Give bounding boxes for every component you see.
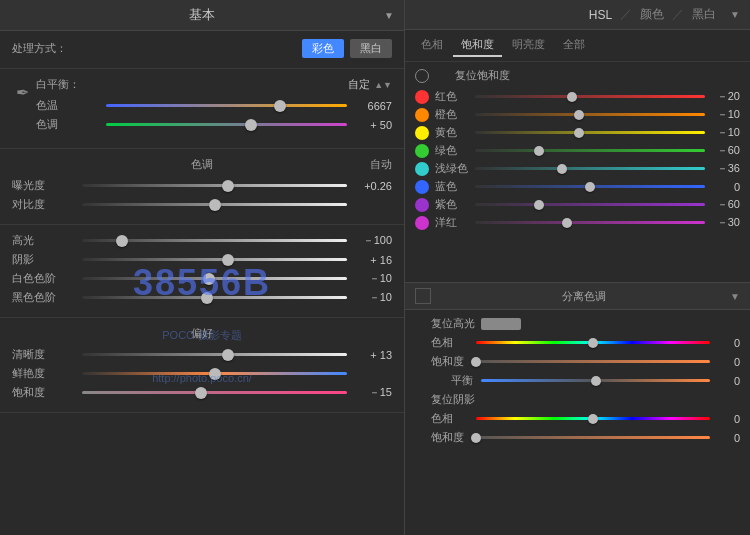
processing-label: 处理方式： — [12, 41, 67, 56]
color-tab-header[interactable]: 颜色 — [640, 6, 664, 23]
blue-sat-thumb[interactable] — [585, 182, 595, 192]
vibrance-thumb[interactable] — [209, 368, 221, 380]
yellow-sat-slider[interactable] — [475, 126, 705, 140]
blue-sat-slider[interactable] — [475, 180, 705, 194]
hsl-target-icon[interactable] — [415, 69, 429, 83]
orange-sat-slider[interactable] — [475, 108, 705, 122]
contrast-thumb[interactable] — [209, 199, 221, 211]
split-tone-arrow[interactable]: ▼ — [730, 291, 740, 302]
vibrance-slider[interactable] — [82, 367, 347, 381]
orange-label: 橙色 — [435, 107, 475, 122]
color-mode-button[interactable]: 彩色 — [302, 39, 344, 58]
balance-thumb[interactable] — [591, 376, 601, 386]
left-panel-arrow[interactable]: ▼ — [384, 10, 394, 21]
right-panel-arrow[interactable]: ▼ — [730, 9, 740, 20]
shadow-hue-slider[interactable] — [476, 412, 710, 426]
purple-sat-thumb[interactable] — [534, 200, 544, 210]
shadow-sat-value: 0 — [710, 432, 740, 444]
list-item: 橙色 －10 — [415, 107, 740, 122]
magenta-sat-slider[interactable] — [475, 216, 705, 230]
hsl-tab-header[interactable]: HSL — [589, 8, 612, 22]
list-item: 绿色 －60 — [415, 143, 740, 158]
yellow-dot — [415, 126, 429, 140]
balance-slider[interactable] — [481, 374, 710, 388]
highlight-color-preview[interactable] — [481, 318, 521, 330]
balance-value: 0 — [710, 375, 740, 387]
highlight-sat-thumb[interactable] — [471, 357, 481, 367]
orange-sat-thumb[interactable] — [574, 110, 584, 120]
contrast-slider[interactable] — [82, 198, 347, 212]
auto-button[interactable]: 自动 — [370, 157, 392, 172]
left-panel-title: 基本 — [189, 6, 215, 24]
highlight-hue-value: 0 — [710, 337, 740, 349]
aqua-sat-slider[interactable] — [475, 162, 705, 176]
shadow-sat-thumb[interactable] — [471, 433, 481, 443]
wb-label: 白平衡： — [36, 77, 80, 92]
clarity-slider[interactable] — [82, 348, 347, 362]
saturation-slider[interactable] — [82, 386, 347, 400]
bw-tab-header[interactable]: 黑白 — [692, 6, 716, 23]
list-item: 蓝色 0 — [415, 179, 740, 194]
temperature-value: 6667 — [347, 100, 392, 112]
exposure-slider[interactable] — [82, 179, 347, 193]
blue-label: 蓝色 — [435, 179, 475, 194]
tab-saturation[interactable]: 饱和度 — [453, 34, 502, 57]
eyedropper-tool[interactable]: ✒ — [12, 77, 32, 107]
white-thumb[interactable] — [203, 273, 215, 285]
tab-luminance[interactable]: 明亮度 — [504, 34, 553, 57]
black-thumb[interactable] — [201, 292, 213, 304]
bw-mode-button[interactable]: 黑白 — [350, 39, 392, 58]
green-sat-thumb[interactable] — [534, 146, 544, 156]
tint-thumb[interactable] — [245, 119, 257, 131]
magenta-dot — [415, 216, 429, 230]
shadow-hue-thumb[interactable] — [588, 414, 598, 424]
highlight-sat-slider[interactable] — [476, 355, 710, 369]
shadow-sat-slider[interactable] — [476, 431, 710, 445]
highlight-hue-label: 色相 — [431, 335, 476, 350]
highlight-slider[interactable] — [82, 234, 347, 248]
wb-arrows[interactable]: ▲▼ — [374, 80, 392, 90]
hsl-reset-label: 复位饱和度 — [455, 68, 510, 83]
split-tone-title: 分离色调 — [562, 289, 606, 304]
black-slider[interactable] — [82, 291, 347, 305]
highlight-value: －100 — [347, 233, 392, 248]
black-label: 黑色色阶 — [12, 290, 82, 305]
clarity-thumb[interactable] — [222, 349, 234, 361]
tint-slider[interactable] — [106, 118, 347, 132]
yellow-sat-value: －10 — [705, 125, 740, 140]
list-item: 黄色 －10 — [415, 125, 740, 140]
saturation-value: －15 — [347, 385, 392, 400]
split-tone-header: 分离色调 ▼ — [405, 283, 750, 310]
exposure-label: 曝光度 — [12, 178, 82, 193]
list-item: 紫色 －60 — [415, 197, 740, 212]
clarity-label: 清晰度 — [12, 347, 82, 362]
tab-hue[interactable]: 色相 — [413, 34, 451, 57]
temperature-thumb[interactable] — [274, 100, 286, 112]
exposure-thumb[interactable] — [222, 180, 234, 192]
tab-all[interactable]: 全部 — [555, 34, 593, 57]
red-sat-value: －20 — [705, 89, 740, 104]
highlight-hue-slider[interactable] — [476, 336, 710, 350]
red-sat-slider[interactable] — [475, 90, 705, 104]
red-label: 红色 — [435, 89, 475, 104]
yellow-sat-thumb[interactable] — [574, 128, 584, 138]
blue-sat-value: 0 — [705, 181, 740, 193]
temperature-slider[interactable] — [106, 99, 347, 113]
red-dot — [415, 90, 429, 104]
saturation-thumb[interactable] — [195, 387, 207, 399]
blue-dot — [415, 180, 429, 194]
highlight-hue-thumb[interactable] — [588, 338, 598, 348]
red-sat-thumb[interactable] — [567, 92, 577, 102]
balance-label: 平衡 — [451, 373, 473, 388]
green-sat-value: －60 — [705, 143, 740, 158]
purple-sat-slider[interactable] — [475, 198, 705, 212]
magenta-sat-thumb[interactable] — [562, 218, 572, 228]
shadow-slider[interactable] — [82, 253, 347, 267]
shadow-thumb[interactable] — [222, 254, 234, 266]
white-slider[interactable] — [82, 272, 347, 286]
aqua-sat-thumb[interactable] — [557, 164, 567, 174]
highlight-thumb[interactable] — [116, 235, 128, 247]
green-sat-slider[interactable] — [475, 144, 705, 158]
shadow-label: 阴影 — [12, 252, 82, 267]
purple-sat-value: －60 — [705, 197, 740, 212]
